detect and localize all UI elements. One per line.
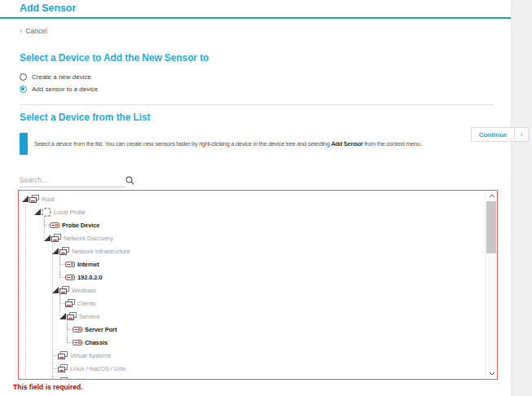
radio-add-sensor-to-device[interactable]: Add sensor to a device [20,84,98,95]
device-icon [65,273,75,282]
tree-item-label: Chassis [85,339,108,346]
add-sensor-page: Add Sensor ‹ Cancel Select a Device to A… [0,0,532,396]
group-icon [58,377,68,380]
expand-triangle-icon[interactable] [22,196,29,202]
list-section-heading: Select a Device from the List [20,112,151,123]
device-icon [50,221,59,230]
elbow-connector-icon [67,337,72,343]
tree-item[interactable]: Internet [19,257,485,271]
tree-item[interactable]: Virtual Systems [19,349,485,362]
tree-item[interactable]: Servers [19,310,485,323]
device-icon [65,260,75,269]
device-section-heading: Select a Device to Add the New Sensor to [20,52,209,64]
tree-item[interactable]: Windows [19,284,485,297]
tree-item-label: 192.0.2.0 [77,274,102,281]
chevron-left-icon: ‹ [20,27,22,35]
tree-scrollbar[interactable] [485,191,497,379]
search-icon[interactable] [125,174,134,188]
elbow-connector-icon [59,258,64,265]
tree-item-label: Network Infrastructure [72,248,130,255]
group-icon [51,234,61,243]
tree-item-label: Clients [77,300,95,307]
tree-item-label: Server Port [85,326,117,333]
radio-selected-icon [20,86,27,93]
elbow-connector-icon [67,323,72,330]
device-tree-box: RootLocal ProbeProbe DeviceNetwork Disco… [18,190,498,380]
tree-item[interactable]: Probe Device [19,218,485,231]
tree-item-label: Windows [72,287,96,294]
tree-item-label: Printers [70,378,90,380]
tree-item-label: Servers [79,313,99,320]
elbow-connector-icon [44,219,49,226]
tree-item-label: Root [42,196,54,203]
tree-item-label: Probe Device [62,222,99,229]
group-icon [59,247,69,256]
info-accent-bar [20,133,28,155]
radio-unselected-icon [20,73,27,81]
tree-item[interactable]: Printers [19,375,485,379]
title-rule [0,17,511,19]
expand-triangle-icon[interactable] [59,313,66,319]
group-icon [29,195,39,204]
tree-item[interactable]: Server Port [19,323,485,336]
radio-label: Create a new device [32,73,91,81]
tree-item-label: Internet [77,261,99,268]
tree-item-label: Virtual Systems [70,352,111,359]
cancel-label: Cancel [25,27,46,35]
tree-item[interactable]: Network Discovery [19,231,485,244]
page-title: Add Sensor [20,2,76,14]
elbow-connector-icon [52,363,57,369]
info-text-bold: Add Sensor [331,140,363,147]
elbow-connector-icon [52,376,57,379]
group-icon [67,312,77,321]
device-tree-rows: RootLocal ProbeProbe DeviceNetwork Disco… [19,191,485,379]
tree-item[interactable]: 192.0.2.0 [19,271,485,284]
tree-item[interactable]: Clients [19,297,485,310]
continue-button-group: Continue › [471,127,529,142]
cancel-link[interactable]: ‹ Cancel [20,27,47,35]
elbow-connector-icon [59,271,64,278]
expand-triangle-icon[interactable] [34,209,41,215]
group-icon [65,299,75,308]
elbow-connector-icon [59,297,64,304]
expand-triangle-icon[interactable] [52,248,59,254]
info-text: Select a device from the list. You can c… [34,133,421,155]
tree-item[interactable]: Local Probe [19,205,485,218]
section-divider [20,104,494,105]
expand-triangle-icon[interactable] [52,287,59,293]
continue-button[interactable]: Continue [471,127,514,142]
tree-item[interactable]: Linux / macOS / Unix [19,362,485,375]
tree-item-label: Local Probe [54,209,86,216]
group-icon [59,286,69,295]
elbow-connector-icon [52,350,57,356]
expand-triangle-icon[interactable] [44,235,51,241]
tree-item-label: Linux / macOS / Unix [70,365,125,372]
radio-create-new-device[interactable]: Create a new device [20,72,91,82]
tree-item[interactable]: Network Infrastructure [19,244,485,257]
tree-item-label: Network Discovery [64,235,113,242]
device-icon [73,338,82,347]
scroll-up-icon[interactable] [486,191,498,201]
search-wrap [20,171,140,186]
tree-item[interactable]: Chassis [19,336,485,349]
probe-icon [42,208,51,217]
required-message: This field is required. [13,383,83,391]
device-icon [73,325,82,334]
next-arrow-button[interactable]: › [514,127,529,142]
scrollbar-thumb[interactable] [486,201,496,253]
group-icon [58,351,68,360]
tree-item[interactable]: Root [19,192,485,205]
search-input[interactable] [20,174,126,187]
scroll-down-icon[interactable] [486,368,498,379]
group-icon [58,364,68,373]
radio-label: Add sensor to a device [32,86,98,93]
right-gutter [511,0,532,396]
